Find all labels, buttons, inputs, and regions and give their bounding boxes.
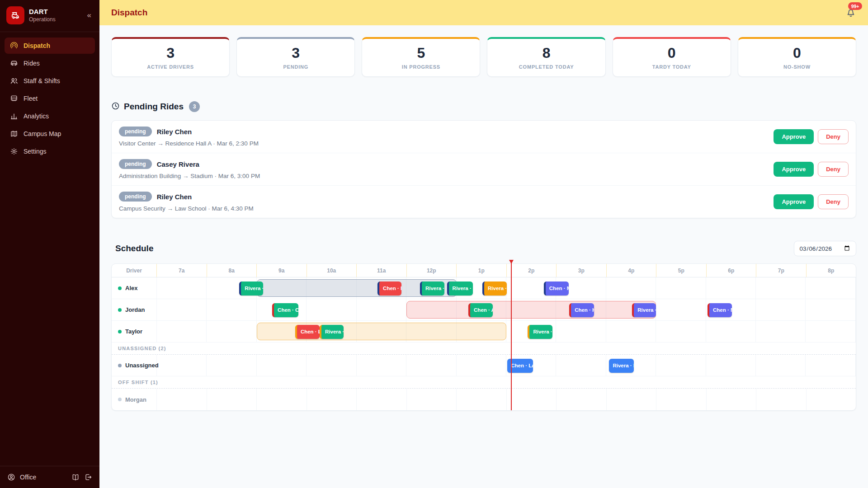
- ride-details: Visitor Center → Residence Hall A · Mar …: [119, 140, 259, 147]
- ride-chip[interactable]: Chen · E: [295, 325, 320, 339]
- timeline-hour-header: 8a: [207, 264, 257, 277]
- driver-status-dot: [118, 364, 122, 367]
- ride-chip[interactable]: Chen · N: [708, 303, 732, 317]
- sidebar-item-rides[interactable]: Rides: [5, 55, 95, 71]
- stat-card: 0TARDY TODAY: [613, 37, 731, 77]
- ride-chip[interactable]: Chen · Ro: [377, 282, 401, 296]
- timeline-section-row: OFF SHIFT (1): [112, 376, 856, 389]
- driver-name: Morgan: [125, 396, 146, 403]
- timeline-cell: [606, 277, 656, 299]
- analytics-icon: [10, 112, 18, 120]
- ride-details: Administration Building → Stadium · Mar …: [119, 173, 260, 179]
- timeline-section-row: UNASSIGNED (2): [112, 343, 856, 355]
- ride-chip[interactable]: Rivera · M: [609, 359, 633, 373]
- timeline-cell: [307, 355, 356, 376]
- stat-card: 8COMPLETED TODAY: [487, 37, 605, 77]
- sidebar-item-dispatch[interactable]: Dispatch: [5, 38, 95, 54]
- deny-button[interactable]: Deny: [818, 194, 849, 209]
- rides-icon: [10, 59, 18, 67]
- approve-button[interactable]: Approve: [774, 162, 814, 177]
- settings-icon: [10, 147, 18, 155]
- timeline-hour-header: 3p: [557, 264, 607, 277]
- pending-count-badge: 3: [189, 101, 200, 112]
- timeline-cell: [706, 321, 756, 342]
- timeline-hour-header: 10a: [307, 264, 357, 277]
- sidebar-item-staff-shifts[interactable]: Staff & Shifts: [5, 73, 95, 89]
- ride-chip[interactable]: Chen · A: [468, 303, 493, 317]
- timeline-hour-header: 12p: [407, 264, 457, 277]
- stat-card: 5IN PROGRESS: [362, 37, 480, 77]
- ride-chip[interactable]: Chen · M: [544, 282, 569, 296]
- approve-button[interactable]: Approve: [774, 194, 814, 209]
- timeline-cell: [607, 389, 657, 410]
- ride-chip[interactable]: Rivera · St: [447, 282, 473, 296]
- driver-status-dot: [118, 398, 122, 401]
- timeline-track: Chen · CChen · AChen · HRivera · BChen ·…: [157, 299, 856, 320]
- notification-badge: 99+: [848, 2, 862, 10]
- sidebar-nav: DispatchRidesStaff & ShiftsFleetAnalytic…: [0, 32, 99, 466]
- sidebar-item-label: Analytics: [24, 113, 49, 120]
- sidebar-collapse-button[interactable]: «: [85, 10, 93, 21]
- driver-name: Unassigned: [125, 362, 159, 369]
- driver-row: TaylorChen · ERivera · SRivera · A: [112, 321, 856, 343]
- approve-button[interactable]: Approve: [774, 129, 814, 144]
- schedule-date-input[interactable]: [794, 241, 857, 256]
- sidebar-item-label: Staff & Shifts: [24, 77, 60, 84]
- sidebar-item-settings[interactable]: Settings: [5, 143, 95, 160]
- driver-row: Morgan: [112, 389, 856, 410]
- ride-chip[interactable]: Rivera · F: [420, 282, 444, 296]
- timeline-cell: [457, 389, 507, 410]
- stat-label: PENDING: [283, 64, 308, 70]
- stat-label: IN PROGRESS: [402, 64, 440, 70]
- logout-icon[interactable]: [84, 473, 92, 481]
- shift-band: [406, 301, 656, 319]
- map-icon: [10, 130, 18, 138]
- book-icon[interactable]: [71, 473, 80, 481]
- ride-chip[interactable]: Rivera · A: [528, 325, 552, 339]
- current-time-marker: [509, 260, 514, 264]
- driver-row: JordanChen · CChen · AChen · HRivera · B…: [112, 299, 856, 321]
- timeline-cell: [807, 389, 856, 410]
- main-area: Dispatch 99+ 3ACTIVE DRIVERS3PENDING5IN …: [99, 0, 868, 488]
- timeline-track: Chen · LaRivera · M: [157, 355, 856, 376]
- bell-icon[interactable]: 99+: [845, 7, 856, 18]
- sidebar-item-analytics[interactable]: Analytics: [5, 108, 95, 124]
- ride-chip[interactable]: Rivera · B: [632, 303, 656, 317]
- timeline-cell: [806, 277, 855, 299]
- timeline-hour-header: 8p: [807, 264, 856, 277]
- ride-chip[interactable]: Rivera · S: [482, 282, 507, 296]
- timeline-hour-header: 11a: [357, 264, 407, 277]
- driver-status-dot: [118, 286, 122, 290]
- deny-button[interactable]: Deny: [818, 162, 849, 177]
- timeline-cell: [406, 355, 456, 376]
- ride-chip[interactable]: Chen · La: [507, 359, 533, 373]
- sidebar-item-campus-map[interactable]: Campus Map: [5, 126, 95, 142]
- sidebar-footer-label: Office: [20, 474, 36, 481]
- brand: DART Operations «: [0, 0, 99, 32]
- shift-band: [257, 323, 506, 340]
- timeline-cell: [207, 299, 256, 320]
- stats-row: 3ACTIVE DRIVERS3PENDING5IN PROGRESS8COMP…: [111, 37, 856, 77]
- sidebar-item-fleet[interactable]: Fleet: [5, 90, 95, 107]
- ride-chip[interactable]: Chen · C: [272, 303, 298, 317]
- timeline-cell: [357, 389, 407, 410]
- timeline-hour-header: 7a: [157, 264, 207, 277]
- timeline-cell: [706, 355, 756, 376]
- timeline-cell: [806, 355, 855, 376]
- pending-rides-header: Pending Rides 3: [111, 101, 856, 112]
- timeline-cell: [806, 299, 855, 320]
- ride-chip[interactable]: Rivera · D: [239, 282, 263, 296]
- timeline-hour-header: 9a: [257, 264, 307, 277]
- ride-chip[interactable]: Chen · H: [569, 303, 594, 317]
- timeline-cell: [606, 321, 656, 342]
- stat-label: TARDY TODAY: [652, 64, 691, 70]
- timeline-cell: [756, 299, 806, 320]
- deny-button[interactable]: Deny: [818, 129, 849, 144]
- ride-chip[interactable]: Rivera · S: [320, 325, 344, 339]
- staff-icon: [10, 77, 18, 85]
- timeline-cell: [207, 389, 257, 410]
- timeline-cell: [557, 389, 607, 410]
- driver-status-dot: [118, 330, 122, 333]
- brand-subtitle: Operations: [29, 16, 56, 23]
- timeline-cell: [556, 355, 606, 376]
